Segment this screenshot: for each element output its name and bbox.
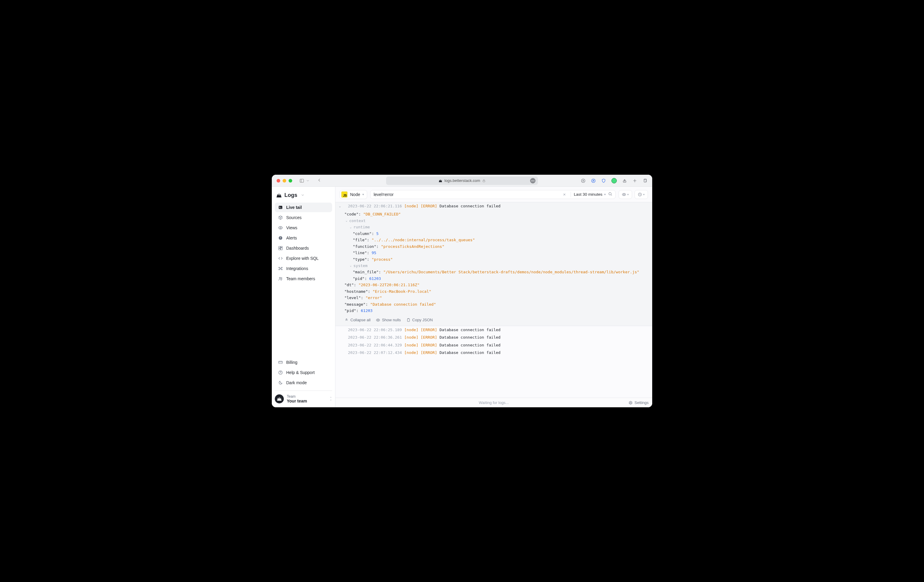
chevron-down-icon: ▾ xyxy=(627,193,629,196)
sidebar-toggle-button[interactable] xyxy=(299,178,310,183)
json-line[interactable]: "file": "../../../node:internal/process/… xyxy=(345,237,650,243)
json-actions: Collapse all Show nulls Copy JSON xyxy=(335,315,652,326)
svg-point-23 xyxy=(624,194,625,195)
show-nulls-button[interactable]: Show nulls xyxy=(376,317,401,323)
chevron-down-icon: ▾ xyxy=(604,193,606,196)
eye-icon xyxy=(376,318,380,322)
chevron-down-icon[interactable]: ⌄ xyxy=(348,263,353,268)
sidebar-item-label: Billing xyxy=(286,360,297,365)
log-timestamp: 2023-06-22 22:06:44.329 xyxy=(348,343,402,347)
team-switcher[interactable]: Team Your team ⌃⌄ xyxy=(275,391,332,404)
log-row[interactable]: 2023-06-22 22:06:44.329 [node] [ERROR] D… xyxy=(335,341,652,349)
sidebar-item-alerts[interactable]: Alerts xyxy=(275,233,332,243)
log-level: [ERROR] xyxy=(421,335,437,340)
sidebar-item-live-tail[interactable]: Live tail xyxy=(275,202,332,212)
log-level: [ERROR] xyxy=(421,327,437,332)
log-area[interactable]: ⌄ 2023-06-22 22:06:21.116 [node] [ERROR]… xyxy=(335,202,652,398)
source-selector[interactable]: JS Node ▾ xyxy=(340,190,367,199)
sidebar-item-integrations[interactable]: Integrations xyxy=(275,264,332,273)
chevron-down-icon[interactable]: ⌄ xyxy=(348,225,353,230)
json-line[interactable]: "pid": 61203 xyxy=(345,275,650,282)
json-line[interactable]: "main_file": "/Users/erichu/Documents/Be… xyxy=(345,269,650,275)
svg-point-19 xyxy=(281,278,282,278)
json-line[interactable]: "hostname": "Erics-MacBook-Pro.local" xyxy=(345,288,650,294)
eye-icon xyxy=(278,225,283,230)
time-range-label: Last 30 minutes xyxy=(574,192,602,197)
sidebar-item-explore-sql[interactable]: Explore with SQL xyxy=(275,253,332,263)
page-menu-button[interactable]: ••• xyxy=(530,178,536,183)
settings-button[interactable]: Settings xyxy=(629,400,648,405)
chevron-down-icon[interactable]: ⌄ xyxy=(345,218,348,223)
svg-rect-1 xyxy=(483,181,485,182)
svg-point-27 xyxy=(630,402,631,403)
sidebar-item-views[interactable]: Views xyxy=(275,223,332,233)
json-line[interactable]: "function": "processTicksAndRejections" xyxy=(345,243,650,250)
log-row[interactable]: 2023-06-22 22:06:36.261 [node] [ERROR] D… xyxy=(335,334,652,341)
sidebar-item-label: Help & Support xyxy=(286,370,315,375)
back-button[interactable] xyxy=(317,178,322,183)
log-message: Database connection failed xyxy=(439,327,501,332)
sidebar-item-sources[interactable]: Sources xyxy=(275,213,332,222)
close-button[interactable] xyxy=(277,179,280,182)
copy-json-button[interactable]: Copy JSON xyxy=(406,317,433,323)
view-options-button[interactable]: ▾ xyxy=(619,190,632,199)
toolbar: JS Node ▾ × Last 30 minutes ▾ xyxy=(335,187,652,202)
json-line[interactable]: "code": "DB_CONN_FAILED" xyxy=(345,211,650,217)
log-message: Database connection failed xyxy=(439,350,501,355)
sidebar-item-help[interactable]: Help & Support xyxy=(275,368,332,377)
collapse-all-button[interactable]: Collapse all xyxy=(345,317,371,323)
search-submit-button[interactable] xyxy=(608,192,612,197)
chevron-left-icon xyxy=(317,178,322,182)
log-timestamp: 2023-06-22 22:06:25.189 xyxy=(348,327,402,332)
json-line[interactable]: "pid": 61203 xyxy=(345,307,650,314)
brand[interactable]: Logs xyxy=(274,191,333,202)
svg-rect-26 xyxy=(408,319,409,321)
log-row[interactable]: 2023-06-22 22:06:25.189 [node] [ERROR] D… xyxy=(335,326,652,334)
chevron-down-icon: ▾ xyxy=(362,193,364,196)
help-icon xyxy=(278,370,283,375)
profile-avatar[interactable] xyxy=(611,178,617,183)
json-line[interactable]: "level": "error" xyxy=(345,294,650,301)
search-bar: × Last 30 minutes ▾ xyxy=(370,190,615,199)
sidebar-item-billing[interactable]: Billing xyxy=(275,358,332,367)
maximize-button[interactable] xyxy=(289,179,292,182)
sidebar-item-label: Live tail xyxy=(286,205,302,210)
shield-icon[interactable] xyxy=(601,178,606,183)
json-line[interactable]: "dt": "2023-06-22T20:06:21.116Z" xyxy=(345,282,650,288)
clear-search-button[interactable]: × xyxy=(561,192,568,197)
brand-switcher-button[interactable] xyxy=(301,193,305,198)
json-line[interactable]: "message": "Database connection failed" xyxy=(345,301,650,307)
log-row-expanded[interactable]: ⌄ 2023-06-22 22:06:21.116 [node] [ERROR]… xyxy=(335,202,652,210)
json-section-context[interactable]: ⌄context xyxy=(345,217,650,224)
tabs-icon[interactable] xyxy=(643,178,647,183)
svg-rect-6 xyxy=(279,206,282,209)
box-icon xyxy=(278,215,283,220)
search-input[interactable] xyxy=(373,192,561,197)
json-line[interactable]: "line": 95 xyxy=(345,250,650,256)
history-button[interactable]: ▾ xyxy=(635,190,648,199)
chevron-down-icon[interactable]: ⌄ xyxy=(337,203,343,209)
nav-primary: Live tail Sources Views Alerts Dashboard… xyxy=(274,202,333,283)
log-row[interactable]: 2023-06-22 22:07:12.434 [node] [ERROR] D… xyxy=(335,349,652,356)
share-icon[interactable] xyxy=(622,178,627,183)
json-line[interactable]: "column": 5 xyxy=(345,230,650,237)
json-section-system[interactable]: ⌄system xyxy=(345,263,650,269)
compass-icon[interactable] xyxy=(591,178,596,183)
url-bar[interactable]: logs.betterstack.com ••• xyxy=(386,176,538,185)
downloads-icon[interactable] xyxy=(581,178,586,183)
json-section-runtime[interactable]: ⌄runtime xyxy=(345,224,650,230)
log-timestamp: 2023-06-22 22:06:21.116 xyxy=(348,204,402,208)
sidebar-item-label: Dark mode xyxy=(286,380,307,385)
svg-rect-5 xyxy=(644,179,647,182)
new-tab-icon[interactable] xyxy=(632,178,637,183)
log-message: Database connection failed xyxy=(439,335,501,340)
sidebar-item-dark-mode[interactable]: Dark mode xyxy=(275,378,332,388)
minimize-button[interactable] xyxy=(282,179,286,182)
time-range-selector[interactable]: Last 30 minutes ▾ xyxy=(574,192,606,197)
svg-rect-12 xyxy=(279,248,280,250)
chevron-down-icon: ▾ xyxy=(643,193,645,196)
sidebar-item-team-members[interactable]: Team members xyxy=(275,274,332,283)
main: JS Node ▾ × Last 30 minutes ▾ xyxy=(335,187,652,407)
sidebar-item-dashboards[interactable]: Dashboards xyxy=(275,243,332,253)
json-line[interactable]: "type": "process" xyxy=(345,256,650,263)
